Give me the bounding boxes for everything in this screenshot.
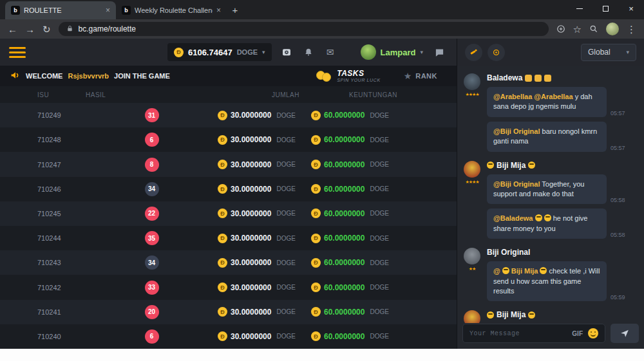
- mention-link[interactable]: @Arabellaa: [493, 93, 532, 100]
- welcome-message: WELCOME Rsjsbvvrvrb JOIN THE GAME: [10, 70, 170, 82]
- result-badge: 20: [145, 305, 159, 319]
- user-menu[interactable]: Lampard ▾: [361, 44, 423, 60]
- mention-link[interactable]: Biji Mija: [511, 267, 538, 275]
- chat-message: @ Biji Mija check tele ,i Will send u ho…: [487, 261, 638, 301]
- header-icon-group: ✉: [278, 44, 339, 60]
- back-button[interactable]: ←: [8, 24, 17, 34]
- message-time: 05:58: [611, 232, 625, 239]
- send-button[interactable]: [611, 324, 639, 343]
- result-cell: 22: [86, 207, 218, 221]
- payout-value: 60.0000000: [324, 258, 365, 267]
- bell-icon[interactable]: [300, 44, 317, 60]
- new-tab-button[interactable]: +: [227, 1, 243, 18]
- close-button[interactable]: ×: [618, 0, 644, 17]
- mail-icon[interactable]: ✉: [322, 44, 339, 60]
- tab-close-icon[interactable]: ×: [216, 6, 221, 15]
- page-content: Ð 6106.74647 DOGE ▾ ✉ Lampard ▾: [0, 39, 644, 349]
- forward-button[interactable]: →: [25, 24, 35, 34]
- currency-label: DOGE: [370, 112, 388, 119]
- welcome-suffix: JOIN THE GAME: [114, 72, 170, 80]
- chat-toggle-icon[interactable]: [431, 44, 448, 60]
- username-row: Biji Mija: [487, 161, 638, 170]
- currency-label: DOGE: [276, 210, 295, 217]
- currency-label: DOGE: [370, 333, 388, 340]
- tasks-shortcut[interactable]: TASKS SPIN YOUR LUCK: [316, 69, 380, 84]
- table-row[interactable]: 7102486Ð30.0000000DOGEÐ60.0000000DOGE: [0, 127, 457, 152]
- doge-coin-icon: Ð: [218, 258, 227, 268]
- message-group-body: Biji MijaOk05:59: [487, 310, 638, 323]
- chat-user-avatar[interactable]: [464, 161, 480, 178]
- table-row[interactable]: 71024334Ð30.0000000DOGEÐ60.0000000DOGE: [0, 250, 457, 275]
- tab-roulette[interactable]: b ROULETTE ×: [5, 1, 116, 19]
- browser-profile-avatar[interactable]: [606, 23, 619, 35]
- chat-username[interactable]: Biji Mija: [497, 161, 526, 170]
- avatar-column: ★★: [462, 248, 482, 301]
- tasks-title: TASKS: [337, 69, 380, 78]
- gif-button[interactable]: GIF: [572, 330, 583, 337]
- table-row[interactable]: 71024435Ð30.0000000DOGEÐ60.0000000DOGE: [0, 226, 457, 250]
- rank-label: RANK: [415, 72, 437, 80]
- result-cell: 33: [86, 281, 218, 295]
- address-bar[interactable]: bc.game/roulette: [59, 22, 549, 36]
- user-level-stars: ★★★★: [465, 92, 478, 97]
- chat-rules-button[interactable]: [488, 44, 505, 61]
- doge-coin-icon: Ð: [218, 160, 227, 169]
- extension-icon[interactable]: [556, 24, 565, 33]
- chat-username[interactable]: Biji Mija: [497, 310, 526, 319]
- chevron-down-icon: ▾: [262, 50, 265, 55]
- result-cell: 35: [86, 231, 218, 245]
- message-group-body: Biji Mija@Biji Original Together, you su…: [487, 161, 638, 239]
- mention-link[interactable]: @: [493, 267, 500, 275]
- main-panel: Ð 6106.74647 DOGE ▾ ✉ Lampard ▾: [0, 39, 457, 349]
- bet-id: 710242: [37, 284, 86, 292]
- username-row: Baladewa: [487, 73, 638, 82]
- avatar-column: ★★★★: [462, 161, 482, 239]
- bet-id: 710244: [37, 234, 86, 242]
- balance-selector[interactable]: Ð 6106.74647 DOGE ▾: [167, 43, 272, 61]
- mention-link[interactable]: @Baladewa: [493, 214, 533, 222]
- maximize-button[interactable]: [592, 0, 618, 17]
- chat-message-input[interactable]: [469, 330, 567, 337]
- payout-cell: Ð60.0000000DOGE: [311, 331, 408, 341]
- mention-link[interactable]: @Biji Original: [493, 127, 540, 135]
- search-icon[interactable]: [589, 24, 598, 33]
- doge-coin-icon: Ð: [218, 184, 227, 194]
- table-row[interactable]: 71024233Ð30.0000000DOGEÐ60.0000000DOGE: [0, 275, 457, 299]
- currency-label: DOGE: [276, 259, 295, 266]
- medal-icon: [535, 75, 542, 82]
- result-badge: 33: [145, 281, 159, 295]
- tab-weekly-roulette[interactable]: b Weekly Roulette Challenge - Wi ×: [116, 1, 227, 19]
- mention-link[interactable]: @Arabellaa: [534, 93, 573, 100]
- mention-link[interactable]: @Biji Original: [493, 180, 540, 188]
- bet-id: 710249: [37, 111, 86, 119]
- coin-rain-button[interactable]: [465, 44, 482, 61]
- table-row[interactable]: 7102478Ð30.0000000DOGEÐ60.0000000DOGE: [0, 152, 457, 176]
- menu-hamburger-icon[interactable]: [9, 47, 26, 58]
- chat-user-avatar[interactable]: [464, 73, 480, 90]
- table-row[interactable]: 7102406Ð30.0000000DOGEÐ60.0000000DOGE: [0, 324, 457, 349]
- message-input-wrapper[interactable]: GIF: [462, 324, 605, 343]
- chat-username[interactable]: Baladewa: [487, 73, 522, 82]
- chat-channel-select[interactable]: Global ▾: [581, 44, 636, 61]
- chat-username[interactable]: Biji Original: [487, 248, 530, 257]
- minimize-button[interactable]: [567, 0, 592, 17]
- table-row[interactable]: 71024120Ð30.0000000DOGEÐ60.0000000DOGE: [0, 300, 457, 324]
- amount-cell: Ð30.0000000DOGE: [218, 184, 311, 194]
- username-row: Biji Original: [487, 248, 638, 257]
- table-row[interactable]: 71024634Ð30.0000000DOGEÐ60.0000000DOGE: [0, 177, 457, 201]
- emoji-icon: [528, 311, 535, 319]
- rank-shortcut[interactable]: ★ RANK: [404, 71, 437, 80]
- vault-icon[interactable]: [278, 44, 295, 60]
- emoji-picker-icon[interactable]: [588, 328, 598, 338]
- reload-button[interactable]: ↻: [43, 24, 51, 34]
- amount-value: 30.0000000: [231, 308, 271, 317]
- table-row[interactable]: 71024522Ð30.0000000DOGEÐ60.0000000DOGE: [0, 201, 457, 226]
- chat-user-avatar[interactable]: [464, 310, 480, 323]
- chat-user-avatar[interactable]: [464, 248, 480, 264]
- username-row: Biji Mija: [487, 310, 638, 319]
- browser-menu-icon[interactable]: ⋮: [627, 24, 636, 34]
- amount-value: 30.0000000: [231, 234, 271, 243]
- tab-close-icon[interactable]: ×: [106, 6, 110, 15]
- bookmark-star-icon[interactable]: ☆: [573, 24, 582, 34]
- table-row[interactable]: 71024931Ð30.0000000DOGEÐ60.0000000DOGE: [0, 103, 457, 127]
